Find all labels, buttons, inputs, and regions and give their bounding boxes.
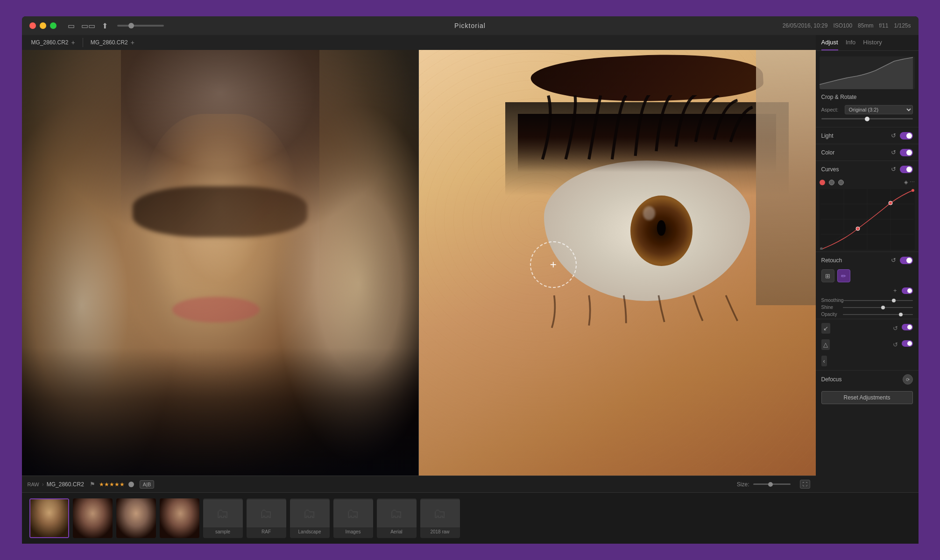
tool-icon-1[interactable]: ↙ bbox=[821, 323, 830, 334]
tab1-add-icon[interactable]: + bbox=[71, 39, 75, 46]
zoom-slider-thumb bbox=[128, 23, 134, 28]
add-brush-button[interactable]: + bbox=[892, 286, 898, 295]
filmstrip-folder-2018raw[interactable]: 🗂 2018 raw bbox=[420, 498, 460, 538]
red-channel-dot[interactable] bbox=[820, 180, 825, 185]
aspect-select[interactable]: Original (3:2) bbox=[845, 105, 913, 114]
app-title: Picktorial bbox=[454, 22, 486, 29]
ab-toggle[interactable]: A|B bbox=[140, 480, 155, 489]
minimize-button[interactable] bbox=[40, 22, 46, 29]
cursor-circle: + bbox=[530, 241, 577, 288]
filmstrip-folder-landscape[interactable]: 🗂 Landscape bbox=[290, 498, 330, 538]
rotate-slider-row bbox=[821, 118, 913, 119]
filmstrip-folder-sample[interactable]: 🗂 sample bbox=[203, 498, 243, 538]
filmstrip-folder-raf[interactable]: 🗂 RAF bbox=[247, 498, 286, 538]
fullscreen-button[interactable]: ⛶ bbox=[800, 480, 810, 489]
blue-channel-dot[interactable] bbox=[838, 180, 844, 185]
cursor-plus-icon: + bbox=[550, 258, 557, 271]
reset-adjustments-button[interactable]: Reset Adjustments bbox=[821, 391, 913, 404]
tab-history[interactable]: History bbox=[863, 39, 882, 50]
color-label-icon[interactable] bbox=[128, 482, 134, 487]
light-section: Light ↺ bbox=[816, 128, 919, 143]
color-title: Color bbox=[821, 149, 890, 156]
tab-adjust-label: Adjust bbox=[821, 39, 838, 46]
size-slider[interactable] bbox=[753, 483, 791, 485]
curves-toggle[interactable] bbox=[900, 166, 913, 173]
divider-3 bbox=[816, 161, 919, 161]
divider-4 bbox=[816, 252, 919, 252]
folder-label-landscape: Landscape bbox=[298, 529, 321, 534]
smoothing-slider[interactable] bbox=[843, 300, 913, 301]
iso-text: ISO100 bbox=[833, 22, 852, 29]
retouch-toggle[interactable] bbox=[900, 257, 913, 264]
app-title-text: Picktorial bbox=[454, 22, 486, 29]
view-single-icon[interactable]: ▭ bbox=[66, 21, 77, 31]
tab2-label: MG_2860.CR2 bbox=[91, 39, 128, 46]
tool-toggle-2[interactable] bbox=[902, 340, 913, 347]
filmstrip-thumb-1[interactable] bbox=[29, 498, 69, 538]
curves-reset-icon[interactable]: ↺ bbox=[890, 165, 897, 174]
filmstrip-folder-images[interactable]: 🗂 Images bbox=[333, 498, 373, 538]
folder-icon-raf: 🗂 bbox=[247, 499, 286, 527]
zoom-slider-wrap bbox=[117, 25, 164, 27]
histogram-svg bbox=[820, 56, 913, 89]
raw-badge: RAW bbox=[28, 482, 39, 487]
divider-6 bbox=[816, 370, 919, 371]
after-panel[interactable]: + bbox=[418, 50, 816, 476]
tool-icon-2[interactable]: △ bbox=[821, 339, 830, 350]
opacity-slider[interactable] bbox=[843, 314, 913, 315]
tool-reset-2[interactable]: ↺ bbox=[892, 340, 899, 349]
filmstrip-thumb-3[interactable] bbox=[116, 498, 156, 538]
curves-svg bbox=[820, 189, 915, 250]
lash-strokes bbox=[531, 95, 763, 165]
filmstrip-thumb-2[interactable] bbox=[73, 498, 113, 538]
light-title: Light bbox=[821, 133, 890, 139]
crop-rotate-section: Crop & Rotate Aspect: Original (3:2) bbox=[816, 91, 919, 125]
view-split-icon[interactable]: ▭▭ bbox=[79, 21, 97, 31]
status-bar: RAW › MG_2860.CR2 ⚑ ★★★★★ A|B Size: ⛶ bbox=[22, 476, 816, 492]
crop-rotate-header[interactable]: Crop & Rotate bbox=[816, 91, 919, 103]
brush-toggle[interactable] bbox=[902, 287, 913, 294]
zoom-slider[interactable] bbox=[117, 25, 164, 27]
opacity-row: Opacity bbox=[816, 311, 919, 318]
tool-icon-3[interactable]: ‹ bbox=[821, 356, 827, 366]
filmstrip-thumb-4[interactable] bbox=[160, 498, 199, 538]
tool-reset-1[interactable]: ↺ bbox=[892, 324, 899, 333]
maximize-button[interactable] bbox=[50, 22, 57, 29]
filmstrip: 🗂 sample 🗂 RAF 🗂 Landscape 🗂 Images 🗂 bbox=[22, 492, 919, 544]
viewer-split: + bbox=[22, 50, 816, 476]
retouch-tool-2[interactable]: ✏ bbox=[837, 269, 850, 282]
export-icon[interactable]: ⬆ bbox=[100, 21, 110, 31]
brush-controls: + bbox=[816, 284, 919, 297]
retouch-layers-icon: ⊞ bbox=[825, 273, 830, 280]
filmstrip-folder-aerial[interactable]: 🗂 Aerial bbox=[377, 498, 417, 538]
green-channel-dot[interactable] bbox=[829, 180, 834, 185]
before-panel[interactable] bbox=[22, 50, 419, 476]
folder-icon-4: 🗂 bbox=[346, 506, 360, 521]
image-tab-2[interactable]: MG_2860.CR2 + bbox=[87, 37, 138, 48]
tab-adjust[interactable]: Adjust bbox=[821, 39, 838, 50]
retouch-brush-icon: ✏ bbox=[841, 273, 846, 280]
retouch-tool-1[interactable]: ⊞ bbox=[821, 269, 834, 282]
image-tab-1[interactable]: MG_2860.CR2 + bbox=[28, 37, 79, 48]
tool-icons-right-2: ↺ bbox=[892, 340, 913, 349]
after-image: + bbox=[419, 50, 816, 476]
shine-slider[interactable] bbox=[843, 307, 913, 308]
light-toggle[interactable] bbox=[900, 132, 913, 140]
color-toggle[interactable] bbox=[900, 149, 913, 156]
tool-toggle-1[interactable] bbox=[902, 324, 913, 330]
rotate-slider[interactable] bbox=[821, 118, 913, 119]
tab-info[interactable]: Info bbox=[846, 39, 856, 50]
right-panel: Adjust Info History bbox=[816, 35, 919, 492]
curves-title: Curves bbox=[821, 166, 890, 173]
tab2-add-icon[interactable]: + bbox=[131, 39, 134, 46]
close-button[interactable] bbox=[29, 22, 36, 29]
star-rating[interactable]: ★★★★★ bbox=[99, 481, 125, 488]
color-actions: ↺ bbox=[890, 148, 913, 157]
defocus-button[interactable]: ⟳ bbox=[903, 374, 913, 385]
color-reset-icon[interactable]: ↺ bbox=[890, 148, 897, 157]
curves-graph-area[interactable] bbox=[820, 189, 915, 250]
thumb-2-img bbox=[73, 498, 113, 538]
folder-icon: 🗂 bbox=[216, 506, 229, 521]
light-reset-icon[interactable]: ↺ bbox=[890, 131, 897, 140]
retouch-reset-icon[interactable]: ↺ bbox=[890, 256, 897, 265]
